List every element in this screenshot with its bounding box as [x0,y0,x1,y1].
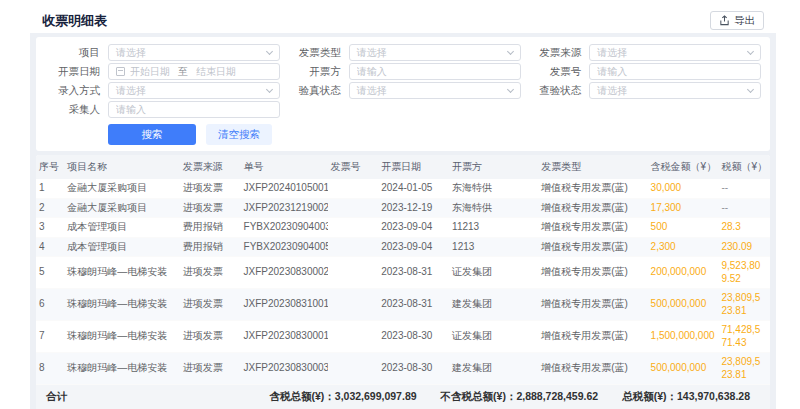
cell-amount: 1,500,000,000 [648,321,719,353]
invoice-source-select[interactable]: 请选择 [589,44,761,61]
date-start-placeholder: 开始日期 [130,65,170,79]
verify-status-select-placeholder: 请选择 [357,84,387,98]
cell-source: 费用报销 [180,218,241,238]
filter-invoice-date-label: 开票日期 [42,65,100,79]
summary-label: 合计 [46,390,67,404]
filter-invoice-source: 发票来源 请选择 [523,43,764,62]
cell-no: 8 [36,353,64,385]
chevron-down-icon [747,47,754,54]
cell-issuer: 东海特供 [449,198,538,218]
cell-net: 2,069.91 [767,237,770,257]
column-header: 发票类型 [538,155,647,179]
filter-project: 项目 请选择 [42,43,283,62]
cell-amount: 500,000,000 [648,353,719,385]
column-header: 序号 [36,155,64,179]
table-row: 4成本管理项目费用报销FYBX202309040052023-09-041213… [36,237,770,257]
cell-tax: -- [718,198,767,218]
date-end-placeholder: 结束日期 [196,65,236,79]
table-row: 2金融大厦采购项目进项发票JXFP202312190022023-12-19东海… [36,198,770,218]
entry-method-select[interactable]: 请选择 [108,82,280,99]
cell-date: 2023-08-31 [378,257,449,289]
cell-date: 2023-08-30 [378,353,449,385]
cell-tax: 23,809,523.81 [718,353,767,385]
cell-type: 增值税专用发票(蓝) [538,237,647,257]
check-status-select-placeholder: 请选择 [597,84,627,98]
chevron-down-icon [266,85,273,92]
cell-tax: -- [718,179,767,198]
cell-type: 增值税专用发票(蓝) [538,179,647,198]
filter-invoice-type: 发票类型 请选择 [283,43,524,62]
cell-net: 30,000 [767,179,770,198]
project-select[interactable]: 请选择 [108,44,280,61]
cell-type: 增值税专用发票(蓝) [538,198,647,218]
issuer-input[interactable] [349,63,521,80]
cell-invoice_no [328,198,379,218]
summary-item: 不含税总额(¥)：2,888,728,459.62 [441,390,599,404]
cell-project: 珠穆朗玛峰—电梯安装 [64,353,179,385]
cell-no: 4 [36,237,64,257]
collector-input[interactable] [108,101,280,118]
invoice-date-range-picker[interactable]: 开始日期 至 结束日期 [108,63,280,80]
search-button[interactable]: 搜索 [108,124,196,145]
cell-order_no: JXFP20230830002 [241,257,328,289]
cell-project: 金融大厦采购项目 [64,179,179,198]
calendar-icon [116,67,125,76]
cell-type: 增值税专用发票(蓝) [538,218,647,238]
export-button[interactable]: 导出 [710,11,764,30]
table-row: 1金融大厦采购项目进项发票JXFP202401050012024-01-05东海… [36,179,770,198]
cell-amount: 17,300 [648,198,719,218]
cell-issuer: 建发集团 [449,289,538,321]
cell-net: 476,190,476.19 [767,353,770,385]
check-status-select[interactable]: 请选择 [589,82,761,99]
table-header-row: 序号项目名称发票来源单号发票号开票日期开票方发票类型含税金额（¥）税额（¥）不含… [36,155,770,179]
invoice-type-select-placeholder: 请选择 [357,46,387,60]
cell-project: 珠穆朗玛峰—电梯安装 [64,321,179,353]
date-separator: 至 [178,65,188,79]
filter-check-status-label: 查验状态 [523,84,581,98]
cell-no: 2 [36,198,64,218]
invoice-type-select[interactable]: 请选择 [349,44,521,61]
column-header: 不含税金额（¥） [767,155,770,179]
verify-status-select[interactable]: 请选择 [349,82,521,99]
filter-entry-method: 录入方式 请选择 [42,81,283,100]
clear-search-button[interactable]: 清空搜索 [206,124,272,145]
column-header: 税额（¥） [718,155,767,179]
cell-source: 费用报销 [180,237,241,257]
column-header: 项目名称 [64,155,179,179]
cell-amount: 200,000,000 [648,257,719,289]
table-row: 5珠穆朗玛峰—电梯安装进项发票JXFP202308300022023-08-31… [36,257,770,289]
cell-net: 17,300 [767,198,770,218]
cell-no: 3 [36,218,64,238]
cell-no: 6 [36,289,64,321]
table-scroll-area[interactable]: 序号项目名称发票来源单号发票号开票日期开票方发票类型含税金额（¥）税额（¥）不含… [36,155,770,385]
cell-source: 进项发票 [180,198,241,218]
chevron-down-icon [507,85,514,92]
cell-tax: 9,523,809.52 [718,257,767,289]
cell-tax: 71,428,571.43 [718,321,767,353]
filter-invoice-source-label: 发票来源 [523,46,581,60]
cell-project: 金融大厦采购项目 [64,198,179,218]
cell-type: 增值税专用发票(蓝) [538,257,647,289]
summary-items: 含税总额(¥)：3,032,699,097.89不含税总额(¥)：2,888,7… [269,390,760,404]
cell-invoice_no [328,321,379,353]
export-label: 导出 [734,14,755,28]
chevron-down-icon [747,85,754,92]
cell-date: 2023-08-30 [378,321,449,353]
invoice-table-card: 序号项目名称发票来源单号发票号开票日期开票方发票类型含税金额（¥）税额（¥）不含… [36,155,770,409]
cell-tax: 28.3 [718,218,767,238]
page-title: 收票明细表 [42,12,107,30]
cell-issuer: 东海特供 [449,179,538,198]
column-header: 含税金额（¥） [648,155,719,179]
invoice-no-input[interactable] [589,63,761,80]
cell-order_no: JXFP20230831001 [241,289,328,321]
cell-invoice_no [328,257,379,289]
cell-source: 进项发票 [180,179,241,198]
filter-invoice-type-label: 发票类型 [283,46,341,60]
filter-invoice-no-label: 发票号 [523,65,581,79]
column-header: 发票号 [328,155,379,179]
cell-date: 2023-12-19 [378,198,449,218]
cell-source: 进项发票 [180,321,241,353]
cell-issuer: 证发集团 [449,257,538,289]
filter-panel: 项目 请选择 发票类型 请选择 发票来源 请选择 [36,37,770,151]
column-header: 发票来源 [180,155,241,179]
